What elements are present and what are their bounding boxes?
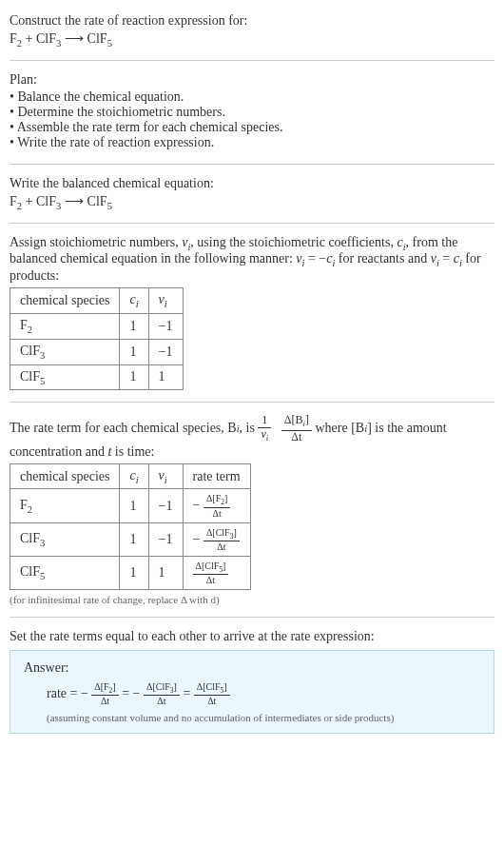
answer-label: Answer: — [24, 660, 480, 676]
cell-c: 1 — [120, 339, 148, 364]
cell-nu: 1 — [148, 556, 183, 589]
cell-species: ClF5 — [10, 364, 120, 390]
col-species: chemical species — [10, 288, 120, 314]
rate-fraction: Δ[F2] Δt — [204, 493, 230, 518]
plan-item: Assemble the rate term for each chemical… — [10, 120, 494, 135]
cell-species: ClF3 — [10, 339, 120, 364]
cell-species: F2 — [10, 313, 120, 339]
rate-fraction: Δ[ClF5] Δt — [193, 561, 229, 585]
intro-equation: F2 + ClF3 ⟶ ClF5 — [10, 30, 494, 49]
cell-species: ClF5 — [10, 556, 120, 589]
table-header-row: chemical species ci νi — [10, 288, 184, 314]
col-c: ci — [120, 288, 148, 314]
assumption-note: (assuming constant volume and no accumul… — [47, 712, 480, 723]
divider — [10, 164, 494, 165]
reaction-arrow-icon: ⟶ — [65, 193, 87, 208]
cell-rate-term: − Δ[ClF3] Δt — [183, 522, 250, 556]
product-1: ClF5 — [87, 31, 112, 46]
divider — [10, 617, 494, 618]
table-row: ClF5 1 1 Δ[ClF5] Δt — [10, 556, 251, 589]
cell-rate-term: − Δ[F2] Δt — [183, 489, 250, 522]
reactant-2: ClF3 — [36, 31, 61, 46]
col-species: chemical species — [10, 463, 120, 489]
table-row: ClF3 1 −1 — [10, 339, 184, 364]
cell-nu: −1 — [148, 489, 183, 522]
rate-fraction: Δ[ClF3] Δt — [204, 527, 240, 552]
reactant-1: F2 — [10, 31, 22, 46]
reactant-1: F2 — [10, 194, 22, 208]
plan-item: Balance the chemical equation. — [10, 89, 494, 105]
plan-item: Write the rate of reaction expression. — [10, 135, 494, 150]
col-nu: νi — [148, 463, 183, 489]
rateterm-text: The rate term for each chemical species,… — [10, 414, 494, 459]
cell-species: F2 — [10, 489, 120, 522]
plan-heading: Plan: — [10, 72, 494, 88]
intro-prompt: Construct the rate of reaction expressio… — [10, 13, 494, 29]
balanced-equation: F2 + ClF3 ⟶ ClF5 — [10, 193, 494, 211]
plus-sign: + — [26, 31, 36, 46]
divider — [10, 223, 494, 224]
table-row: F2 1 −1 − Δ[F2] Δt — [10, 489, 251, 522]
table-row: ClF3 1 −1 − Δ[ClF3] Δt — [10, 522, 251, 556]
cell-nu: −1 — [148, 339, 183, 364]
plan-section: Plan: Balance the chemical equation. Det… — [10, 67, 494, 158]
setequal-section: Set the rate terms equal to each other t… — [10, 623, 494, 739]
rate-table: chemical species ci νi rate term F2 1 −1… — [10, 463, 251, 591]
divider — [10, 402, 494, 403]
balance-heading: Write the balanced chemical equation: — [10, 176, 494, 191]
assign-text: Assign stoichiometric numbers, νi, using… — [10, 235, 494, 285]
intro-section: Construct the rate of reaction expressio… — [10, 8, 494, 54]
cell-c: 1 — [120, 522, 148, 556]
cell-nu: 1 — [148, 364, 183, 390]
cell-nu: −1 — [148, 522, 183, 556]
plan-list: Balance the chemical equation. Determine… — [10, 89, 494, 150]
rate-fraction-clf5: Δ[ClF5] Δt — [194, 681, 230, 706]
infinitesimal-note: (for infinitesimal rate of change, repla… — [10, 594, 494, 605]
cell-c: 1 — [120, 556, 148, 589]
table-row: F2 1 −1 — [10, 313, 184, 339]
product-1: ClF5 — [87, 194, 112, 208]
answer-box: Answer: rate = − Δ[F2] Δt = − Δ[ClF3] Δt… — [10, 650, 494, 734]
rate-fraction-f2: Δ[F2] Δt — [91, 681, 118, 706]
cell-c: 1 — [120, 313, 148, 339]
table-header-row: chemical species ci νi rate term — [10, 463, 251, 489]
reactant-2: ClF3 — [36, 194, 61, 208]
col-rate-term: rate term — [183, 463, 250, 489]
balance-section: Write the balanced chemical equation: F2… — [10, 170, 494, 217]
cell-nu: −1 — [148, 313, 183, 339]
reaction-arrow-icon: ⟶ — [65, 30, 87, 46]
rateterm-section: The rate term for each chemical species,… — [10, 408, 494, 611]
stoich-table: chemical species ci νi F2 1 −1 ClF3 1 −1… — [10, 287, 184, 390]
cell-c: 1 — [120, 489, 148, 522]
cell-species: ClF3 — [10, 522, 120, 556]
col-nu: νi — [148, 288, 183, 314]
cell-rate-term: Δ[ClF5] Δt — [183, 556, 250, 589]
rate-fraction-clf3: Δ[ClF3] Δt — [144, 681, 180, 706]
fraction-one-over-nu: 1 νi — [258, 414, 271, 443]
plan-item: Determine the stoichiometric numbers. — [10, 105, 494, 120]
cell-c: 1 — [120, 364, 148, 390]
setequal-text: Set the rate terms equal to each other t… — [10, 629, 494, 644]
table-row: ClF5 1 1 — [10, 364, 184, 390]
col-c: ci — [120, 463, 148, 489]
divider — [10, 60, 494, 61]
fraction-dB-dt: Δ[Bi] Δt — [281, 414, 312, 443]
rate-expression: rate = − Δ[F2] Δt = − Δ[ClF3] Δt = Δ[ClF… — [47, 681, 480, 706]
plus-sign: + — [26, 194, 36, 208]
assign-section: Assign stoichiometric numbers, νi, using… — [10, 229, 494, 397]
